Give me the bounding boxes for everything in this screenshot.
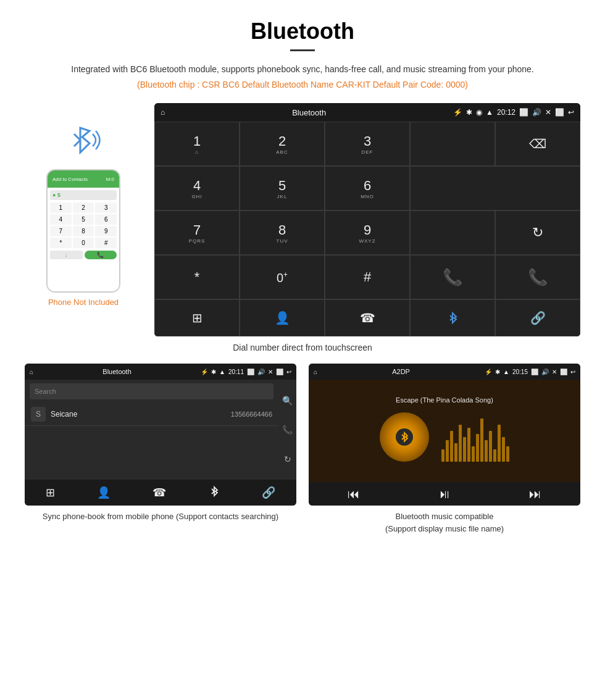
pb-cam-icon: ⬜ — [247, 369, 254, 375]
phone-dial: ● 5 1 2 3 4 5 6 7 8 9 * 0 # — [48, 188, 119, 291]
close-icon[interactable]: ✕ — [545, 108, 551, 117]
phonebook-caption: Sync phone-book from mobile phone (Suppo… — [43, 510, 278, 523]
home-icon: ⌂ — [161, 108, 165, 117]
empty-area-3 — [410, 210, 495, 255]
phone-key-7[interactable]: 7 — [50, 226, 72, 236]
play-pause-btn[interactable]: ⏯ — [438, 487, 451, 501]
pb-contact-number: 13566664466 — [231, 410, 272, 418]
pb-contacts-btn[interactable]: 👤 — [97, 486, 111, 499]
back-icon[interactable]: ↩ — [568, 108, 574, 117]
key-5[interactable]: 5 JKL — [240, 166, 325, 210]
music-signal-icon: ▲ — [503, 369, 509, 375]
pb-usb-icon: ⚡ — [201, 369, 208, 375]
pb-x-icon[interactable]: ✕ — [268, 369, 273, 375]
pb-contact-avatar: S — [31, 407, 46, 422]
next-btn[interactable]: ⏭ — [529, 487, 541, 501]
prev-btn[interactable]: ⏮ — [348, 487, 360, 501]
phone-key-1[interactable]: 1 — [50, 202, 72, 213]
key-6[interactable]: 6 MNO — [325, 166, 410, 210]
key-2[interactable]: 2 ABC — [240, 122, 325, 166]
page-wrapper: Bluetooth Integrated with BC6 Bluetooth … — [0, 0, 605, 553]
call-button[interactable]: 📞 — [410, 255, 495, 299]
phone-key-hash[interactable]: # — [95, 238, 117, 248]
bluetooth-status-icon: ✱ — [466, 108, 472, 117]
music-status-bar: ⌂ A2DP ⚡ ✱ ▲ 20:15 ⬜ 🔊 ✕ ⬜ ↩ — [309, 364, 580, 380]
phone-mockup: Add to Contacts M:0 ● 5 1 2 3 4 5 6 7 — [46, 169, 120, 293]
music-back-icon[interactable]: ↩ — [570, 369, 575, 375]
subtitle-text: Integrated with BC6 Bluetooth module, su… — [25, 62, 580, 76]
pb-phone-btn[interactable]: ☎ — [152, 486, 166, 499]
pb-title: Bluetooth — [36, 368, 198, 375]
phone-key-9[interactable]: 9 — [95, 226, 117, 236]
pb-win-icon: ⬜ — [276, 369, 283, 375]
key-hash[interactable]: # — [325, 255, 410, 299]
music-body: Escape (The Pina Colada Song) — [309, 380, 580, 482]
dial-screen: ⌂ Bluetooth ⚡ ✱ ◉ ▲ 20:12 ⬜ 🔊 ✕ ⬜ ↩ 1 ⌂ — [154, 103, 580, 336]
bluetooth-icon-btn[interactable] — [410, 299, 495, 336]
orange-info: (Bluetooth chip : CSR BC6 Default Blueto… — [25, 80, 580, 90]
window-icon: ⬜ — [555, 108, 564, 117]
link-icon-btn[interactable]: 🔗 — [495, 299, 580, 336]
pb-signal-icon: ▲ — [219, 369, 225, 375]
camera-icon: ⬜ — [519, 108, 528, 117]
pb-status-bar: ⌂ Bluetooth ⚡ ✱ ▲ 20:11 ⬜ 🔊 ✕ ⬜ ↩ — [25, 364, 296, 380]
phone-key-2[interactable]: 2 — [73, 202, 94, 213]
key-1[interactable]: 1 ⌂ — [154, 122, 240, 166]
contacts-icon-btn[interactable]: 👤 — [240, 299, 325, 336]
pb-back-icon[interactable]: ↩ — [286, 369, 291, 375]
keypad-grid: 1 ⌂ 2 ABC 3 DEF ⌫ 4 GHI — [154, 122, 580, 336]
phonebook-item: ⌂ Bluetooth ⚡ ✱ ▲ 20:11 ⬜ 🔊 ✕ ⬜ ↩ — [25, 364, 296, 535]
pb-search-placeholder: Search — [35, 388, 269, 395]
pb-contact-name: Seicane — [51, 410, 231, 419]
dial-caption: Dial number direct from touchscreen — [25, 343, 580, 352]
key-8[interactable]: 8 TUV — [240, 210, 325, 255]
pb-link-btn[interactable]: 🔗 — [262, 486, 275, 499]
music-item: ⌂ A2DP ⚡ ✱ ▲ 20:15 ⬜ 🔊 ✕ ⬜ ↩ Escape (The… — [309, 364, 580, 535]
music-screen: ⌂ A2DP ⚡ ✱ ▲ 20:15 ⬜ 🔊 ✕ ⬜ ↩ Escape (The… — [309, 364, 580, 506]
pb-dialpad-btn[interactable]: ⊞ — [46, 486, 55, 499]
phone-key-4[interactable]: 4 — [50, 214, 72, 225]
key-7[interactable]: 7 PQRS — [154, 210, 240, 255]
phonebook-screen: ⌂ Bluetooth ⚡ ✱ ▲ 20:11 ⬜ 🔊 ✕ ⬜ ↩ — [25, 364, 296, 506]
end-call-button[interactable]: 📞 — [495, 255, 580, 299]
phone-not-included-label: Phone Not Included — [48, 298, 119, 307]
pb-search-icon[interactable]: 🔍 — [282, 396, 293, 406]
dialpad-icon-btn[interactable]: ⊞ — [154, 299, 240, 336]
key-4[interactable]: 4 GHI — [154, 166, 240, 210]
phone-key-star[interactable]: * — [50, 238, 72, 248]
music-art-area — [373, 406, 515, 468]
pb-home-icon: ⌂ — [30, 369, 33, 375]
music-x-icon[interactable]: ✕ — [552, 369, 557, 375]
music-caption: Bluetooth music compatible(Support displ… — [385, 510, 504, 535]
phone-key-3[interactable]: 3 — [95, 202, 117, 213]
pb-call-icon[interactable]: 📞 — [282, 425, 293, 435]
phone-key-6[interactable]: 6 — [95, 214, 117, 225]
pb-bt-btn[interactable] — [209, 486, 220, 500]
key-9[interactable]: 9 WXYZ — [325, 210, 410, 255]
music-usb-icon: ⚡ — [485, 369, 492, 375]
key-0[interactable]: 0+ — [240, 255, 325, 299]
music-bt-icon: ✱ — [495, 369, 500, 375]
pb-bt-icon: ✱ — [211, 369, 216, 375]
phone-key-8[interactable]: 8 — [73, 226, 94, 236]
pb-refresh-icon[interactable]: ↻ — [284, 454, 291, 464]
music-controls: ⏮ ⏯ ⏭ — [309, 482, 580, 506]
phone-key-5[interactable]: 5 — [73, 214, 94, 225]
display-area — [410, 122, 495, 166]
pb-bottom-bar: ⊞ 👤 ☎ 🔗 — [25, 480, 296, 506]
music-time: 20:15 — [512, 369, 528, 375]
key-star[interactable]: * — [154, 255, 240, 299]
backspace-key[interactable]: ⌫ — [495, 122, 580, 166]
pb-vol-icon: 🔊 — [257, 369, 265, 375]
key-3[interactable]: 3 DEF — [325, 122, 410, 166]
phone-icon-btn[interactable]: ☎ — [325, 299, 410, 336]
phone-top-bar: Add to Contacts M:0 — [48, 170, 119, 188]
volume-icon: 🔊 — [532, 108, 541, 117]
pb-search-bar[interactable]: Search — [30, 383, 273, 399]
phone-key-0[interactable]: 0 — [73, 238, 94, 248]
pb-contact-row[interactable]: S Seicane 13566664466 — [25, 403, 278, 426]
location-status-icon: ◉ — [476, 108, 482, 117]
bottom-screenshots: ⌂ Bluetooth ⚡ ✱ ▲ 20:11 ⬜ 🔊 ✕ ⬜ ↩ — [25, 364, 580, 535]
redial-key[interactable]: ↻ — [495, 210, 580, 255]
title-divider — [290, 49, 315, 51]
